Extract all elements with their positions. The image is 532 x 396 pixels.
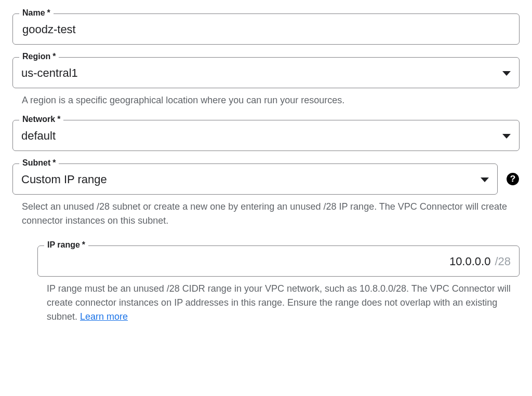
required-asterisk: * bbox=[82, 240, 85, 250]
network-select[interactable]: default bbox=[13, 120, 519, 151]
name-input[interactable] bbox=[21, 22, 511, 37]
subnet-label: Subnet * bbox=[19, 158, 59, 168]
ip-range-section: IP range * /28 IP range must be an unuse… bbox=[37, 245, 520, 324]
ip-range-label-text: IP range bbox=[47, 240, 80, 250]
ip-range-helper-text: IP range must be an unused /28 CIDR rang… bbox=[47, 282, 517, 324]
subnet-label-text: Subnet bbox=[22, 158, 50, 168]
region-field[interactable]: Region * us-central1 bbox=[12, 57, 520, 88]
network-field[interactable]: Network * default bbox=[12, 120, 520, 151]
ip-range-label: IP range * bbox=[44, 240, 88, 250]
required-asterisk: * bbox=[57, 115, 60, 124]
region-label: Region * bbox=[19, 52, 59, 61]
network-label: Network * bbox=[19, 115, 63, 124]
required-asterisk: * bbox=[47, 8, 50, 18]
form-container: Name * Region * us-central1 A region is … bbox=[0, 0, 532, 334]
help-icon[interactable]: ? bbox=[506, 172, 520, 186]
learn-more-link[interactable]: Learn more bbox=[80, 311, 128, 322]
chevron-down-icon bbox=[502, 134, 511, 139]
chevron-down-icon bbox=[481, 177, 489, 182]
required-asterisk: * bbox=[52, 52, 56, 61]
ip-range-input[interactable] bbox=[428, 254, 491, 269]
region-select[interactable]: us-central1 bbox=[13, 58, 519, 88]
subnet-field[interactable]: Subnet * Custom IP range bbox=[12, 163, 498, 195]
region-value: us-central1 bbox=[21, 66, 496, 80]
subnet-value: Custom IP range bbox=[21, 173, 474, 186]
name-label: Name * bbox=[19, 8, 54, 18]
ip-range-suffix: /28 bbox=[495, 255, 511, 268]
name-field[interactable]: Name * bbox=[12, 13, 520, 45]
region-label-text: Region bbox=[22, 52, 50, 61]
region-helper-text: A region is a specific geographical loca… bbox=[22, 93, 517, 107]
chevron-down-icon bbox=[502, 71, 511, 76]
name-label-text: Name bbox=[22, 8, 45, 18]
svg-text:?: ? bbox=[510, 173, 516, 184]
subnet-helper-text: Select an unused /28 subnet or create a … bbox=[22, 200, 517, 228]
ip-range-field[interactable]: IP range * /28 bbox=[37, 245, 520, 277]
network-label-text: Network bbox=[22, 115, 55, 124]
network-value: default bbox=[21, 129, 496, 143]
required-asterisk: * bbox=[52, 158, 56, 168]
subnet-select[interactable]: Custom IP range bbox=[13, 164, 497, 194]
